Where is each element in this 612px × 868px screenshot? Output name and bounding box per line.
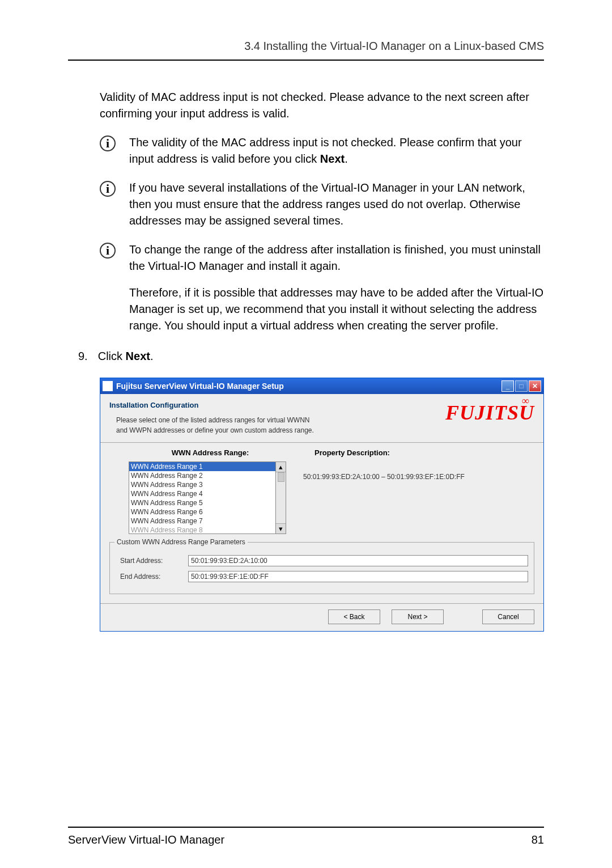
config-desc-line2: and WWPN addresses or define your own cu… xyxy=(116,425,445,435)
info-icon: i xyxy=(100,136,116,151)
section-header: 3.4 Installing the Virtual-IO Manager on… xyxy=(68,40,544,61)
info-icon: i xyxy=(100,243,116,259)
dialog-title: Fujitsu ServerView Virtual-IO Manager Se… xyxy=(116,382,284,391)
custom-range-fieldset: Custom WWN Address Range Parameters Star… xyxy=(109,542,534,594)
config-desc-line1: Please select one of the listed address … xyxy=(116,415,445,425)
step9-bold: Next xyxy=(126,350,150,362)
intro-paragraph: Validity of MAC address input is not che… xyxy=(100,89,544,122)
note-text-1: The validity of the MAC address input is… xyxy=(129,134,544,167)
note1-tail: . xyxy=(345,153,348,165)
list-item[interactable]: WWN Address Range 2 xyxy=(129,471,275,480)
list-item[interactable]: WWN Address Range 1 xyxy=(129,462,275,471)
step-9: 9. Click Next. xyxy=(78,350,544,363)
fujitsu-logo: ∞ FUJITSU xyxy=(445,401,534,425)
note-block-3: i To change the range of the address aft… xyxy=(100,242,544,334)
scroll-up-icon[interactable]: ▴ xyxy=(276,462,286,472)
note3b: Therefore, if it is possible that addres… xyxy=(129,285,544,334)
dialog-body: Installation Configuration Please select… xyxy=(100,394,543,631)
note3a: To change the range of the address after… xyxy=(129,242,544,274)
info-icon: i xyxy=(100,181,116,197)
scrollbar[interactable]: ▴ ▾ xyxy=(276,461,286,534)
infinity-icon: ∞ xyxy=(522,395,530,407)
step-text: Click Next. xyxy=(98,350,154,363)
step9-tail: . xyxy=(150,350,154,362)
list-item[interactable]: WWN Address Range 4 xyxy=(129,489,275,498)
list-item[interactable]: WWN Address Range 5 xyxy=(129,498,275,507)
list-item[interactable]: WWN Address Range 8 xyxy=(129,526,275,534)
note-text-3: To change the range of the address after… xyxy=(129,242,544,334)
end-address-label: End Address: xyxy=(120,573,188,581)
wwn-range-header: WWN Address Range: xyxy=(129,448,292,457)
note-block-2: i If you have several installations of t… xyxy=(100,180,544,229)
next-button[interactable]: Next > xyxy=(392,609,444,624)
setup-dialog: Fujitsu ServerView Virtual-IO Manager Se… xyxy=(100,378,544,632)
list-item[interactable]: WWN Address Range 7 xyxy=(129,516,275,526)
start-address-input[interactable] xyxy=(188,555,528,566)
config-title: Installation Configuration xyxy=(109,401,445,409)
page-footer: ServerView Virtual-IO Manager 81 xyxy=(68,827,544,846)
logo-text: FUJITSU xyxy=(445,401,534,424)
property-description-value: 50:01:99:93:ED:2A:10:00 – 50:01:99:93:EF… xyxy=(303,461,534,481)
minimize-button[interactable]: _ xyxy=(502,380,514,392)
end-address-input[interactable] xyxy=(188,571,528,582)
back-button[interactable]: < Back xyxy=(328,609,380,624)
java-icon xyxy=(103,381,113,391)
footer-left: ServerView Virtual-IO Manager xyxy=(68,833,224,846)
fieldset-legend: Custom WWN Address Range Parameters xyxy=(114,538,248,546)
scroll-down-icon[interactable]: ▾ xyxy=(276,523,286,533)
note-text-2: If you have several installations of the… xyxy=(129,180,544,229)
title-bar[interactable]: Fujitsu ServerView Virtual-IO Manager Se… xyxy=(100,378,543,394)
wwn-range-listbox[interactable]: WWN Address Range 1 WWN Address Range 2 … xyxy=(129,461,276,534)
config-desc: Please select one of the listed address … xyxy=(109,415,445,435)
scroll-thumb[interactable] xyxy=(278,472,284,482)
note-block-1: i The validity of the MAC address input … xyxy=(100,134,544,167)
close-button[interactable]: ✕ xyxy=(529,380,541,392)
cancel-button[interactable]: Cancel xyxy=(482,609,534,624)
note1-bold: Next xyxy=(320,153,345,165)
step9-pre: Click xyxy=(98,350,126,362)
maximize-button: □ xyxy=(515,380,528,392)
start-address-label: Start Address: xyxy=(120,557,188,565)
property-description-header: Property Description: xyxy=(303,448,534,457)
footer-page: 81 xyxy=(532,833,544,846)
step-number: 9. xyxy=(78,350,88,363)
list-item[interactable]: WWN Address Range 6 xyxy=(129,507,275,516)
list-item[interactable]: WWN Address Range 3 xyxy=(129,480,275,489)
